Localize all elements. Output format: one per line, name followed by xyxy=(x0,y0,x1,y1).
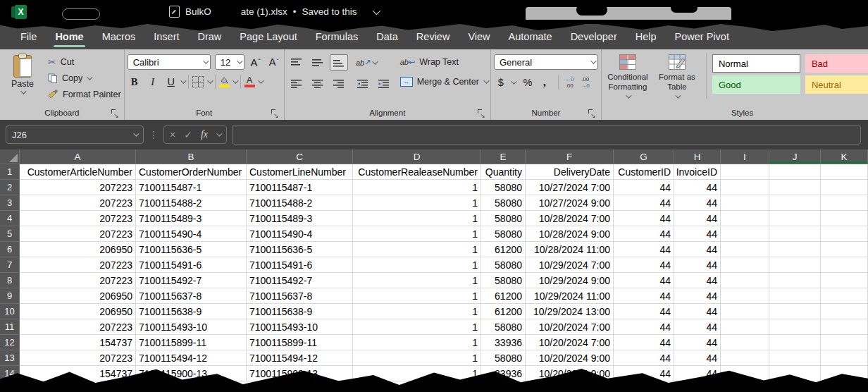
cell-J7[interactable] xyxy=(769,257,821,273)
cell-K10[interactable] xyxy=(821,304,868,319)
cell-B4[interactable]: 7100115489-3 xyxy=(136,211,247,226)
cell-G12[interactable]: 44 xyxy=(614,335,674,350)
cell-F2[interactable]: 10/27/2024 7:00 xyxy=(526,180,614,195)
cell-H5[interactable]: 44 xyxy=(674,226,721,242)
cell-A8[interactable]: 207223 xyxy=(20,273,136,288)
cell-A12[interactable]: 154737 xyxy=(20,335,136,350)
cell-J13[interactable] xyxy=(769,350,821,366)
cell-D14[interactable]: 1 xyxy=(353,366,481,381)
cell-A10[interactable]: 206950 xyxy=(20,304,136,319)
font-size-combo[interactable]: 12 xyxy=(215,54,244,70)
search-box[interactable] xyxy=(526,7,731,21)
tab-macros[interactable]: Macros xyxy=(93,24,145,49)
cell-K7[interactable] xyxy=(821,257,868,273)
cell-J2[interactable] xyxy=(769,180,821,195)
cell-C1[interactable]: CustomerLineNumber xyxy=(247,164,353,180)
cell-K1[interactable] xyxy=(821,164,868,180)
cell-I12[interactable] xyxy=(721,335,769,350)
row-header-12[interactable]: 12 xyxy=(0,335,20,350)
row-header-2[interactable]: 2 xyxy=(0,180,20,195)
cell-H3[interactable]: 44 xyxy=(674,195,721,211)
cell-B1[interactable]: CustomerOrderNumber xyxy=(136,164,247,180)
cell-style-neutral[interactable]: Neutral xyxy=(805,75,868,94)
tab-help[interactable]: Help xyxy=(626,24,666,49)
cell-style-bad[interactable]: Bad xyxy=(805,54,868,73)
align-top-button[interactable] xyxy=(287,54,306,71)
decrease-indent-button[interactable] xyxy=(354,75,372,92)
column-header-K[interactable]: K xyxy=(821,149,868,164)
column-header-J[interactable]: J xyxy=(769,149,821,164)
cell-J14[interactable] xyxy=(769,366,821,381)
cell-G6[interactable]: 44 xyxy=(614,242,674,257)
cell-J8[interactable] xyxy=(769,273,821,288)
cell-B10[interactable]: 7100115638-9 xyxy=(136,304,247,319)
cell-E1[interactable]: Quantity xyxy=(481,164,526,180)
cell-C14[interactable]: 7100115900-13 xyxy=(247,366,353,381)
increase-decimal-button[interactable]: ←0 .00 xyxy=(565,76,574,89)
cell-B11[interactable]: 7100115493-10 xyxy=(136,319,247,335)
cell-C13[interactable]: 7100115494-12 xyxy=(247,350,353,366)
cell-C11[interactable]: 7100115493-10 xyxy=(247,319,353,335)
percent-format-button[interactable]: % xyxy=(521,75,535,90)
cell-D2[interactable]: 1 xyxy=(353,180,481,195)
cell-J4[interactable] xyxy=(769,211,821,226)
cell-F11[interactable]: 10/20/2024 7:00 xyxy=(526,319,614,335)
column-header-F[interactable]: F xyxy=(526,149,614,164)
tab-file[interactable]: File xyxy=(11,24,46,49)
tab-page-layout[interactable]: Page Layout xyxy=(230,24,306,49)
paste-button[interactable]: Paste xyxy=(3,53,42,94)
column-header-G[interactable]: G xyxy=(614,149,674,164)
cell-B3[interactable]: 7100115488-2 xyxy=(136,195,247,211)
cell-I8[interactable] xyxy=(721,273,769,288)
cell-D10[interactable]: 1 xyxy=(353,304,481,319)
column-header-C[interactable]: C xyxy=(247,149,353,164)
italic-button[interactable]: I xyxy=(146,74,160,90)
row-header-6[interactable]: 6 xyxy=(0,242,20,257)
cell-C6[interactable]: 7100115636-5 xyxy=(247,242,353,257)
row-header-4[interactable]: 4 xyxy=(0,211,20,226)
select-all-corner[interactable] xyxy=(0,149,20,164)
cell-A1[interactable]: CustomerArticleNumber xyxy=(20,164,136,180)
cell-H9[interactable]: 44 xyxy=(674,288,721,304)
cell-J9[interactable] xyxy=(769,288,821,304)
cell-B12[interactable]: 7100115899-11 xyxy=(136,335,247,350)
cell-G5[interactable]: 44 xyxy=(614,226,674,242)
cell-F10[interactable]: 10/29/2024 13:00 xyxy=(526,304,614,319)
cell-H11[interactable]: 44 xyxy=(674,319,721,335)
cell-I4[interactable] xyxy=(721,211,769,226)
cell-D12[interactable]: 1 xyxy=(353,335,481,350)
cell-C4[interactable]: 7100115489-3 xyxy=(247,211,353,226)
cell-A11[interactable]: 207223 xyxy=(20,319,136,335)
cell-J10[interactable] xyxy=(769,304,821,319)
decrease-decimal-button[interactable]: .00 →0 xyxy=(581,76,589,89)
cell-C9[interactable]: 7100115637-8 xyxy=(247,288,353,304)
tab-developer[interactable]: Developer xyxy=(562,24,626,49)
align-center-button[interactable] xyxy=(309,75,327,92)
row-header-11[interactable]: 11 xyxy=(0,319,20,335)
cancel-icon[interactable]: × xyxy=(170,129,175,140)
row-header-8[interactable]: 8 xyxy=(0,273,20,288)
cell-E13[interactable]: 58080 xyxy=(481,350,526,366)
number-format-chevron-down-icon[interactable] xyxy=(590,58,596,63)
orientation-button[interactable]: ab↗ xyxy=(354,54,379,71)
cell-D4[interactable]: 1 xyxy=(353,211,481,226)
tab-power-pivot[interactable]: Power Pivot xyxy=(666,24,738,49)
fx-chevron-down-icon[interactable] xyxy=(216,130,222,136)
cell-B5[interactable]: 7100115490-4 xyxy=(136,226,247,242)
cell-J6[interactable] xyxy=(769,242,821,257)
underline-button[interactable]: U xyxy=(164,74,178,90)
cell-C8[interactable]: 7100115492-7 xyxy=(247,273,353,288)
cell-I13[interactable] xyxy=(721,350,769,366)
cell-F9[interactable]: 10/29/2024 11:00 xyxy=(526,288,614,304)
cell-F8[interactable]: 10/29/2024 9:00 xyxy=(526,273,614,288)
merge-center-chevron-down-icon[interactable] xyxy=(483,78,489,83)
quick-access-pill[interactable] xyxy=(62,8,100,20)
row-header-7[interactable]: 7 xyxy=(0,257,20,273)
cell-K6[interactable] xyxy=(821,242,868,257)
cell-C3[interactable]: 7100115488-2 xyxy=(247,195,353,211)
cell-H13[interactable]: 44 xyxy=(674,350,721,366)
cell-E2[interactable]: 58080 xyxy=(481,180,526,195)
format-as-table-chevron-down-icon[interactable] xyxy=(675,92,681,98)
cell-I3[interactable] xyxy=(721,195,769,211)
cell-D6[interactable]: 1 xyxy=(353,242,481,257)
